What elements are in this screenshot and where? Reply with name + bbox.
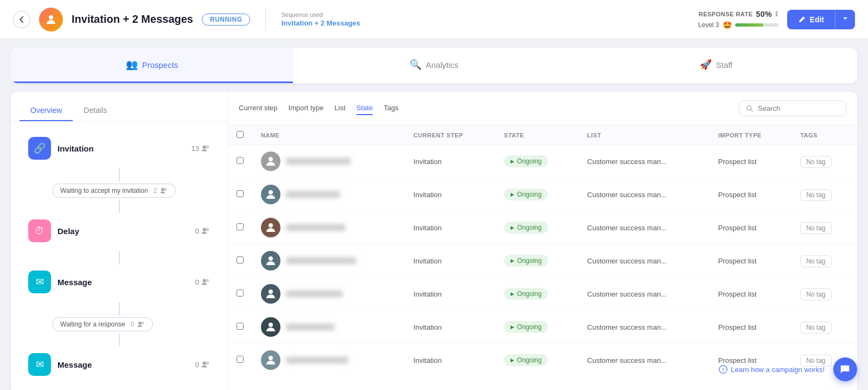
analytics-icon: 🔍	[410, 59, 422, 71]
row-tags: No tag	[792, 311, 857, 344]
edit-button[interactable]: Edit	[787, 10, 835, 29]
select-all-checkbox[interactable]	[237, 131, 244, 138]
play-icon: ▶	[510, 357, 514, 363]
row-name-cell	[252, 211, 405, 244]
flow-item-delay-left: ⏱ Delay	[28, 219, 79, 242]
row-checkbox-cell[interactable]	[228, 211, 252, 244]
svg-point-5	[202, 228, 206, 231]
help-link-text: Learn how a campaign works!	[731, 366, 825, 374]
filter-import-type[interactable]: Import type	[289, 102, 324, 115]
state-badge: ▶ Ongoing	[504, 321, 548, 333]
row-checkbox[interactable]	[237, 256, 244, 263]
row-checkbox[interactable]	[237, 157, 244, 164]
table-row: Invitation ▶ Ongoing Customer success ma…	[228, 211, 857, 244]
svg-point-16	[269, 190, 273, 194]
row-state: ▶ Ongoing	[495, 278, 578, 311]
filter-tags[interactable]: Tags	[384, 102, 398, 115]
prospect-name-group	[261, 218, 396, 237]
sequence-name: Invitation + 2 Messages	[281, 19, 360, 27]
chat-icon	[839, 363, 851, 375]
prospect-avatar	[261, 251, 280, 271]
table-header-row: NAME CURRENT STEP STATE LIST IMPORT TYPE…	[228, 125, 857, 145]
no-tag-badge: No tag	[800, 156, 831, 168]
svg-point-21	[269, 356, 273, 360]
svg-point-8	[206, 279, 209, 282]
prospects-icon: 👥	[126, 59, 138, 71]
svg-point-3	[161, 188, 164, 191]
th-list: LIST	[578, 125, 709, 145]
play-icon: ▶	[510, 192, 514, 197]
row-tags: No tag	[792, 178, 857, 211]
invitation-icon: 🔗	[28, 137, 51, 160]
no-tag-badge: No tag	[800, 288, 831, 300]
row-checkbox[interactable]	[237, 290, 244, 297]
back-button[interactable]	[13, 11, 30, 28]
svg-line-14	[751, 110, 753, 112]
tab-analytics-label: Analytics	[426, 60, 458, 70]
main-tabs: 👥 Prospects 🔍 Analytics 🚀 Staff	[11, 48, 857, 83]
message1-count: 0	[195, 278, 210, 286]
chat-button[interactable]	[833, 357, 857, 381]
row-name-cell	[252, 311, 405, 344]
flow-item-msg2-left: ✉ Message	[28, 353, 92, 376]
row-checkbox[interactable]	[237, 190, 244, 197]
row-checkbox[interactable]	[237, 223, 244, 230]
header-right: RESPONSE RATE 50% ℹ Level 3 🤩 Edit	[698, 10, 855, 29]
row-checkbox-cell[interactable]	[228, 178, 252, 211]
row-name-cell	[252, 145, 405, 178]
left-panel: Overview Details 🔗 Invitation 13	[11, 92, 228, 390]
row-checkbox-cell[interactable]	[228, 311, 252, 344]
prospect-name-group	[261, 152, 396, 171]
filter-current-step[interactable]: Current step	[239, 102, 278, 115]
row-checkbox-cell[interactable]	[228, 344, 252, 376]
prospect-name-blurred	[286, 257, 356, 264]
row-checkbox-cell[interactable]	[228, 145, 252, 178]
waiting-invitation-badge: Waiting to accept my invitation 2	[52, 184, 176, 198]
svg-point-10	[141, 322, 144, 325]
row-current-step: Invitation	[405, 311, 495, 344]
row-checkbox[interactable]	[237, 356, 244, 363]
row-current-step: Invitation	[405, 145, 495, 178]
help-link[interactable]: ? Learn how a campaign works!	[719, 365, 825, 374]
row-current-step: Invitation	[405, 244, 495, 278]
connector-3	[20, 251, 219, 264]
row-import-type: Prospect list	[710, 278, 792, 311]
row-checkbox[interactable]	[237, 323, 244, 330]
state-badge: ▶ Ongoing	[504, 155, 548, 167]
sub-badge-message1: Waiting for a response 0	[20, 315, 219, 334]
edit-dropdown-button[interactable]	[835, 10, 855, 29]
state-badge: ▶ Ongoing	[504, 288, 548, 300]
search-wrap[interactable]	[739, 100, 846, 116]
sub-tab-overview[interactable]: Overview	[20, 100, 73, 121]
svg-point-7	[202, 279, 206, 282]
details-label: Details	[84, 106, 107, 115]
campaign-avatar	[39, 8, 63, 32]
delay-count: 0	[195, 227, 210, 235]
progress-bar	[735, 23, 778, 27]
row-checkbox-cell[interactable]	[228, 244, 252, 278]
response-rate-bottom-row: Level 3 🤩	[698, 21, 778, 29]
search-input[interactable]	[758, 104, 839, 112]
row-checkbox-cell[interactable]	[228, 278, 252, 311]
table-scroll: NAME CURRENT STEP STATE LIST IMPORT TYPE…	[228, 125, 857, 375]
top-header: Invitation + 2 Messages RUNNING Sequence…	[0, 0, 868, 39]
message1-label: Message	[58, 278, 92, 287]
sub-tab-details[interactable]: Details	[73, 100, 118, 121]
prospect-name-group	[261, 350, 396, 370]
svg-point-18	[269, 256, 273, 261]
tab-staff[interactable]: 🚀 Staff	[575, 48, 857, 83]
invitation-count-value: 13	[192, 144, 199, 153]
filter-list[interactable]: List	[335, 102, 346, 115]
tab-analytics[interactable]: 🔍 Analytics	[293, 48, 575, 83]
overview-label: Overview	[30, 106, 62, 115]
state-badge: ▶ Ongoing	[504, 222, 548, 234]
svg-point-6	[206, 228, 209, 231]
flow-item-invitation: 🔗 Invitation 13	[20, 130, 219, 166]
level-emoji: 🤩	[723, 21, 732, 29]
tab-prospects[interactable]: 👥 Prospects	[11, 48, 293, 83]
message1-count-value: 0	[195, 278, 199, 286]
filter-state[interactable]: State	[356, 102, 373, 115]
prospect-name-group	[261, 185, 396, 204]
prospect-name-blurred	[286, 324, 335, 330]
message2-icon: ✉	[28, 353, 51, 376]
